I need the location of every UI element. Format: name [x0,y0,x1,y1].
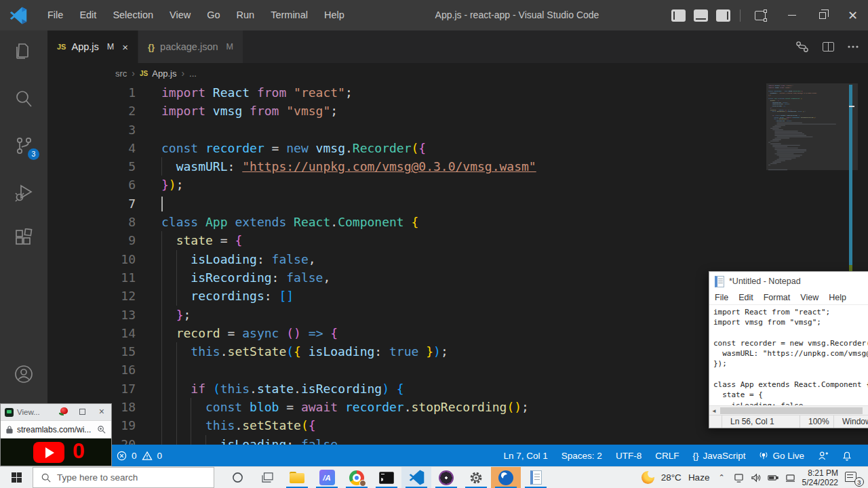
menu-help[interactable]: Help [316,0,353,30]
run-debug-icon[interactable] [13,182,35,203]
code-line-7[interactable]: 7 [47,195,868,213]
display-sync-icon[interactable] [734,473,744,483]
popup-address-bar[interactable]: streamlabs.com/wi... [1,420,111,439]
zoom-search-icon[interactable] [97,425,106,434]
taskbar-file-explorer-icon[interactable] [282,467,312,488]
accounts-icon[interactable] [13,363,35,385]
popup-close-icon[interactable]: × [99,406,104,417]
notepad-window[interactable]: *Untitled - Notepad FileEditFormatViewHe… [709,271,868,428]
code-line-4[interactable]: 4const recorder = new vmsg.Recorder({ [47,139,868,157]
speaker-icon[interactable] [751,473,761,483]
customize-layout-icon[interactable] [746,0,776,30]
json-file-icon: {} [148,42,155,52]
popup-url[interactable]: streamlabs.com/wi... [17,425,93,434]
code-line-10[interactable]: 10 isLoading: false, [47,250,868,268]
line-number: 6 [47,176,136,194]
chevron-right-icon: › [181,68,184,79]
notepad-text-area[interactable]: import React from "react";import vmsg fr… [709,305,868,405]
taskbar-clock[interactable]: 8:21 PM 5/24/2022 [802,468,838,487]
notepad-menu-format[interactable]: Format [764,293,791,302]
code-line-3[interactable]: 3 [47,121,868,139]
source-control-icon[interactable]: 3 [13,135,35,157]
close-tab-icon[interactable]: × [122,41,128,53]
go-live-button[interactable]: Go Live [752,451,811,461]
breadcrumb-src[interactable]: src [115,68,127,79]
notepad-titlebar[interactable]: *Untitled - Notepad [709,272,868,291]
taskbar-search[interactable]: Type here to search [33,467,214,488]
popup-titlebar[interactable]: View... × [1,404,111,420]
menu-run[interactable]: Run [229,0,263,30]
breadcrumb-symbol[interactable]: ... [189,68,197,79]
taskbar-ia-app-icon[interactable]: /A [312,467,342,488]
code-line-9[interactable]: 9 state = { [47,231,868,249]
code-line-2[interactable]: 2import vmsg from "vmsg"; [47,102,868,120]
code-line-1[interactable]: 1import React from "react"; [47,83,868,102]
scroll-left-arrow-icon[interactable]: ◄ [711,408,717,414]
menu-terminal[interactable]: Terminal [262,0,316,30]
menu-edit[interactable]: Edit [71,0,104,30]
action-center-icon[interactable]: 3 [845,470,863,485]
network-icon[interactable] [785,473,795,483]
minimize-button[interactable] [776,0,807,30]
encoding[interactable]: UTF-8 [609,451,648,461]
split-editor-icon[interactable] [823,42,834,52]
toggle-secondary-sidebar-icon[interactable] [716,9,730,22]
breadcrumb-file[interactable]: App.js [152,68,176,79]
tab-appjs[interactable]: JS App.js M × [47,30,138,63]
taskbar-terminal-icon[interactable] [372,467,401,488]
code-line-8[interactable]: 8class App extends React.Component { [47,213,868,231]
popup-maximize-icon[interactable] [79,409,85,415]
compare-changes-icon[interactable] [795,41,809,53]
toggle-sidebar-icon[interactable] [671,9,686,22]
battery-icon[interactable] [768,473,778,482]
menu-go[interactable]: Go [199,0,228,30]
breadcrumb[interactable]: src › JS App.js › ... [47,63,868,83]
weather-temp[interactable]: 28°C [661,472,682,483]
indentation[interactable]: Spaces: 2 [555,451,609,461]
cortana-button[interactable] [222,467,252,488]
taskbar-vscode-icon[interactable] [401,467,431,488]
explorer-icon[interactable] [13,41,35,63]
notepad-menu-view[interactable]: View [800,293,818,302]
menu-view[interactable]: View [161,0,199,30]
taskbar-notepad-icon[interactable] [521,467,551,488]
minimap-slider[interactable] [766,83,858,170]
weather-condition[interactable]: Haze [688,472,710,483]
weather-haze-icon[interactable] [642,471,654,484]
more-actions-icon[interactable] [848,45,859,49]
notifications-bell-icon[interactable] [835,451,859,461]
menu-file[interactable]: File [39,0,71,30]
tab-packagejson[interactable]: {} package.json M [138,30,243,63]
cursor-position[interactable]: Ln 7, Col 1 [497,451,555,461]
scrollbar-thumb[interactable] [720,407,863,414]
taskbar-settings-gear-icon[interactable] [461,467,491,488]
code-line-5[interactable]: 5 wasmURL: "https://unpkg.com/vmsg@0.3.0… [47,157,868,176]
browser-popup-window[interactable]: View... × streamlabs.com/wi... 0 [0,403,112,466]
notepad-hscrollbar[interactable]: ◄ [709,405,868,415]
menu-selection[interactable]: Selection [104,0,161,30]
line-number: 3 [47,121,136,139]
start-button[interactable] [0,467,33,488]
taskbar-music-disc-icon[interactable] [431,467,461,488]
language-mode[interactable]: {} JavaScript [686,451,752,461]
restore-button[interactable] [807,0,837,30]
system-tray: 28°C Haze ⌃ 8:21 PM 5/24/2022 3 [642,467,868,488]
taskbar-chrome-icon[interactable] [342,467,372,488]
extensions-icon[interactable] [13,228,35,250]
task-view-button[interactable] [252,467,282,488]
eol-sequence[interactable]: CRLF [648,451,686,461]
code-line-20[interactable]: 20 isLoading: false, [47,435,868,445]
tray-expand-chevron-icon[interactable]: ⌃ [718,473,724,482]
notepad-menu-help[interactable]: Help [829,293,846,302]
rose-icon [59,407,69,417]
code-line-6[interactable]: 6}); [47,176,868,194]
notepad-menu-edit[interactable]: Edit [738,293,753,302]
taskbar-obs-studio-icon[interactable] [491,467,521,488]
close-button[interactable]: ✕ [837,0,868,30]
notepad-menu-file[interactable]: File [715,293,728,302]
search-icon[interactable] [13,88,35,110]
git-modified-badge: M [107,42,114,52]
feedback-icon[interactable] [811,451,835,461]
problems-indicator[interactable]: 0 0 [117,451,162,461]
toggle-panel-icon[interactable] [694,9,708,22]
